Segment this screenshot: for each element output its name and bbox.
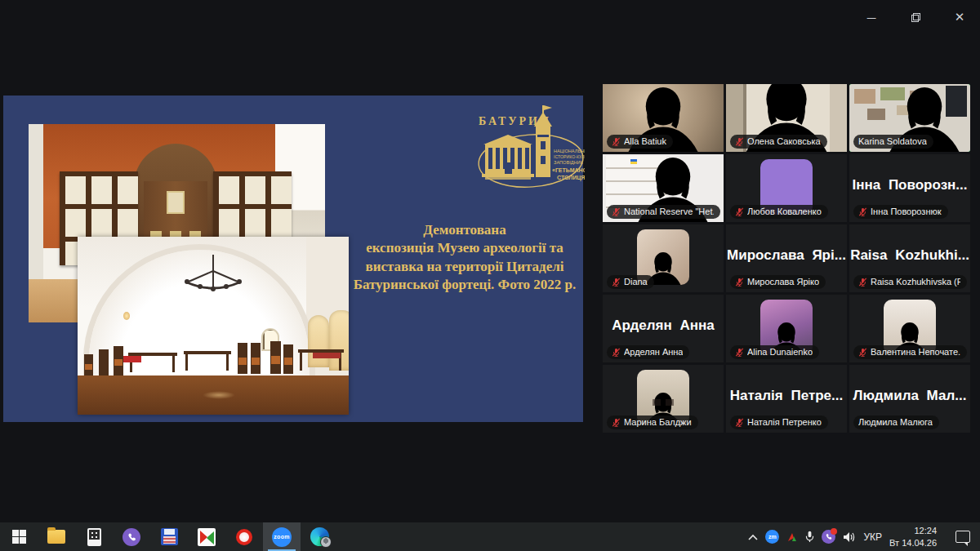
participant-big-name: Інна Поворозн...	[849, 177, 970, 193]
participant-big-name: Наталія Петре...	[726, 388, 847, 404]
slide-photo-citadel-hall	[78, 237, 349, 415]
restore-icon	[911, 13, 920, 22]
shared-screen-slide: Демонтована експозиція Музею археології …	[3, 96, 583, 422]
microphone-tray-icon[interactable]	[805, 531, 814, 543]
participant-tile-karina-soldatova-active-speaker[interactable]: Karina Soldatova	[849, 84, 970, 152]
muted-mic-icon	[612, 278, 621, 287]
participant-name-label: Diana	[607, 275, 654, 289]
participant-big-name: Арделян Анна	[603, 318, 724, 334]
viber-button[interactable]	[113, 522, 150, 551]
photo2-chandelier	[180, 255, 246, 297]
zoom-app-button-active[interactable]: zoom	[263, 522, 301, 551]
muted-mic-icon	[735, 348, 744, 357]
floppy-app-button[interactable]	[150, 522, 188, 551]
window-controls: ─ ✕	[859, 7, 972, 28]
windows-taskbar: zoom zm УКР 12:24 Вт 14.04.26	[0, 522, 980, 551]
logo-title-text: БАТУРИН	[479, 115, 551, 127]
opera-button[interactable]	[225, 522, 263, 551]
caption-line: Батуринської фортеці. Фото 2022 р.	[345, 276, 584, 294]
svg-text:СТОЛИЦЯ»: СТОЛИЦЯ»	[557, 175, 585, 181]
calculator-button[interactable]	[75, 522, 113, 551]
participant-name-label: Людмила Малюга	[853, 415, 939, 429]
participant-tile-alina-dunaienko[interactable]: Alina Dunaienko	[726, 295, 847, 362]
viber-icon	[122, 528, 140, 546]
participant-tile-olena-sakovska[interactable]: Олена Саковська	[726, 84, 847, 152]
zoom-tray-icon[interactable]: zm	[765, 530, 779, 544]
participant-tile-alla-batiuk[interactable]: Alla Batiuk	[603, 84, 724, 152]
participant-name-label: Любов Коваленко	[730, 205, 828, 219]
participant-big-name: Мирослава Ярі...	[726, 247, 847, 264]
zoom-icon: zoom	[272, 527, 292, 547]
edge-icon	[310, 527, 329, 546]
participant-name-label: Alla Batiuk	[607, 135, 673, 149]
participant-grid: Alla Batiuk Олена Саковська Karina Solda…	[603, 84, 969, 433]
participant-name-label: Raisa Kozhukhivska (P...	[853, 275, 967, 289]
media-tray-icon[interactable]	[786, 531, 798, 543]
participant-name-label: Мирослава Яріко	[730, 275, 826, 289]
participant-tile-national-reserve[interactable]: National Reserve "Het...	[603, 154, 724, 222]
muted-mic-icon	[735, 207, 744, 216]
slide-caption: Демонтована експозиція Музею археології …	[345, 221, 584, 295]
language-indicator[interactable]: УКР	[863, 531, 882, 543]
muted-mic-icon	[858, 348, 867, 357]
participant-tile-valentyna-nepochate[interactable]: Валентина Непочате...	[849, 295, 970, 362]
muted-mic-icon	[735, 137, 744, 146]
participant-name-label: Марина Балджи	[607, 415, 698, 429]
caption-line: експозиція Музею археології та	[345, 239, 584, 257]
media-app-button[interactable]	[188, 522, 225, 551]
edge-button[interactable]	[301, 522, 338, 551]
participant-name-label: Alina Dunaienko	[730, 345, 819, 359]
tray-expand-chevron[interactable]	[748, 534, 758, 540]
participant-tile-myroslava-yariko[interactable]: Мирослава Ярі... Мирослава Яріко	[726, 224, 847, 292]
participant-name-label: National Reserve "Het...	[607, 205, 720, 219]
restore-button[interactable]	[903, 7, 928, 28]
windows-logo-icon	[12, 530, 26, 544]
participant-tile-raisa-kozhukhivska[interactable]: Raisa Kozhukhi... Raisa Kozhukhivska (P.…	[849, 224, 970, 292]
file-explorer-button[interactable]	[38, 522, 75, 551]
caption-line: Демонтована	[345, 221, 584, 239]
opera-icon	[236, 529, 252, 545]
muted-mic-icon	[858, 207, 867, 216]
svg-text:НАЦІОНАЛЬНИЙ: НАЦІОНАЛЬНИЙ	[554, 148, 585, 153]
muted-mic-icon	[612, 348, 621, 357]
participant-tile-liudmyla-maliuha[interactable]: Людмила Мал... Людмила Малюга	[849, 365, 970, 433]
participant-big-name: Людмила Мал...	[849, 388, 970, 404]
volume-tray-icon[interactable]	[843, 531, 856, 543]
photo1-left-wall	[29, 124, 43, 279]
participant-tile-maryna-baldzhy[interactable]: Марина Балджи	[603, 365, 724, 433]
zoom-meeting-window: ─ ✕	[0, 0, 980, 522]
participant-name-label: Олена Саковська	[730, 135, 827, 149]
photo2-wood-floor	[78, 375, 349, 415]
viber-tray-icon[interactable]	[822, 530, 835, 544]
svg-text:ІСТОРИКО-КУЛЬТУРНИЙ: ІСТОРИКО-КУЛЬТУРНИЙ	[554, 153, 585, 159]
clock[interactable]: 12:24 Вт 14.04.26	[889, 525, 937, 549]
participant-big-name: Raisa Kozhukhi...	[849, 247, 970, 264]
taskbar-apps: zoom	[0, 522, 338, 551]
muted-mic-icon	[612, 137, 621, 146]
muted-mic-icon	[612, 418, 621, 427]
participant-name-label: Karina Soldatova	[853, 135, 933, 149]
muted-mic-icon	[735, 278, 744, 287]
participant-tile-liubov-kovalenko[interactable]: Любов Коваленко	[726, 154, 847, 222]
participant-name-label: Наталія Петренко	[730, 415, 828, 429]
calculator-icon	[87, 528, 101, 546]
action-center-icon[interactable]	[956, 531, 970, 543]
floppy-disk-icon	[161, 528, 178, 545]
participant-name-label: Інна Поворознюк	[853, 205, 948, 219]
close-button[interactable]: ✕	[947, 7, 972, 28]
muted-mic-icon	[735, 418, 744, 427]
time-text: 12:24	[914, 526, 937, 535]
media-app-icon	[198, 528, 216, 546]
start-button[interactable]	[0, 522, 38, 551]
participant-tile-nataliia-petrenko[interactable]: Наталія Петре... Наталія Петренко	[726, 365, 847, 433]
participant-name-label: Валентина Непочате...	[853, 345, 967, 359]
minimize-button[interactable]: ─	[859, 7, 884, 28]
participant-tile-diana[interactable]: Diana	[603, 224, 724, 292]
photo1-framed-picture	[167, 191, 185, 214]
glasses-detail	[653, 399, 674, 406]
system-tray: zm УКР 12:24 Вт 14.04.26	[748, 522, 980, 551]
participant-name-label: Арделян Анна	[607, 345, 689, 359]
participant-tile-ardelian-anna[interactable]: Арделян Анна Арделян Анна	[603, 295, 724, 362]
muted-mic-icon	[612, 207, 621, 216]
participant-tile-inna-povorozniuk[interactable]: Інна Поворозн... Інна Поворознюк	[849, 154, 970, 222]
